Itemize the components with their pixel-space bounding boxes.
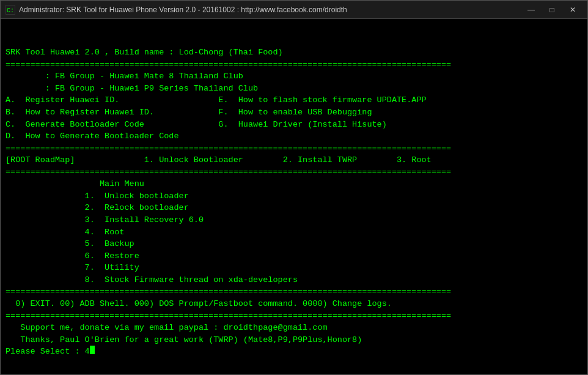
title-bar: C: Administrator: SRK Tool for Huawei Ph… bbox=[1, 1, 587, 19]
terminal-line: ========================================… bbox=[6, 286, 582, 298]
terminal-line: 8. Stock Firmware thread on xda-develope… bbox=[6, 274, 582, 286]
terminal-line: 5. Backup bbox=[6, 238, 582, 250]
maximize-button[interactable]: □ bbox=[542, 3, 562, 17]
terminal-line: SRK Tool Huawei 2.0 , Build name : Lod-C… bbox=[6, 46, 582, 59]
terminal-line: : FB Group - Huawei Mate 8 Thailand Club bbox=[6, 70, 582, 83]
title-bar-controls: — □ ✕ bbox=[521, 3, 582, 17]
cmd-icon: C: bbox=[6, 5, 15, 15]
terminal-line: ========================================… bbox=[6, 143, 582, 155]
svg-text:C:: C: bbox=[7, 7, 14, 14]
close-button[interactable]: ✕ bbox=[563, 3, 582, 17]
terminal-line: Main Menu bbox=[6, 178, 582, 190]
terminal-line: ========================================… bbox=[6, 310, 582, 322]
terminal-line: 3. Install Recovery 6.0 bbox=[6, 214, 582, 226]
terminal-line: 4. Root bbox=[6, 226, 582, 239]
terminal-line: 0) EXIT. 00) ADB Shell. 000) DOS Prompt/… bbox=[6, 298, 582, 310]
title-bar-left: C: Administrator: SRK Tool for Huawei Ph… bbox=[6, 5, 347, 15]
terminal-line: 2. Relock bootloader bbox=[6, 202, 582, 214]
title-bar-text: Administrator: SRK Tool for Huawei Phone… bbox=[19, 6, 347, 14]
terminal-area[interactable]: SRK Tool Huawei 2.0 , Build name : Lod-C… bbox=[1, 19, 587, 374]
terminal-line: 6. Restore bbox=[6, 250, 582, 262]
cursor-blink bbox=[90, 346, 95, 354]
terminal-line: C. Generate Bootloader Code G. Huawei Dr… bbox=[6, 119, 582, 131]
terminal-line: Support me, donate via my email paypal :… bbox=[6, 322, 582, 334]
terminal-line: 7. Utility bbox=[6, 262, 582, 274]
terminal-line: ========================================… bbox=[6, 166, 582, 179]
terminal-line: [ROOT RoadMap] 1. Unlock Bootloader 2. I… bbox=[6, 154, 582, 166]
prompt-line: Please Select : 4 bbox=[6, 346, 582, 358]
terminal-line: : FB Group - Huawei P9 Series Thailand C… bbox=[6, 83, 582, 95]
terminal-line: ========================================… bbox=[6, 59, 582, 71]
terminal-line: B. How to Register Huawei ID. F. How to … bbox=[6, 106, 582, 119]
terminal-line: A. Register Huawei ID. E. How to flash s… bbox=[6, 94, 582, 106]
minimize-button[interactable]: — bbox=[521, 3, 541, 17]
terminal-line: 1. Unlock bootloader bbox=[6, 190, 582, 202]
app-window: C: Administrator: SRK Tool for Huawei Ph… bbox=[0, 0, 588, 375]
terminal-line: Thanks, Paul O'Brien for a great work (T… bbox=[6, 334, 582, 346]
terminal-line: D. How to Generate Bootloader Code bbox=[6, 130, 582, 143]
prompt-text: Please Select : 4 bbox=[6, 346, 90, 358]
